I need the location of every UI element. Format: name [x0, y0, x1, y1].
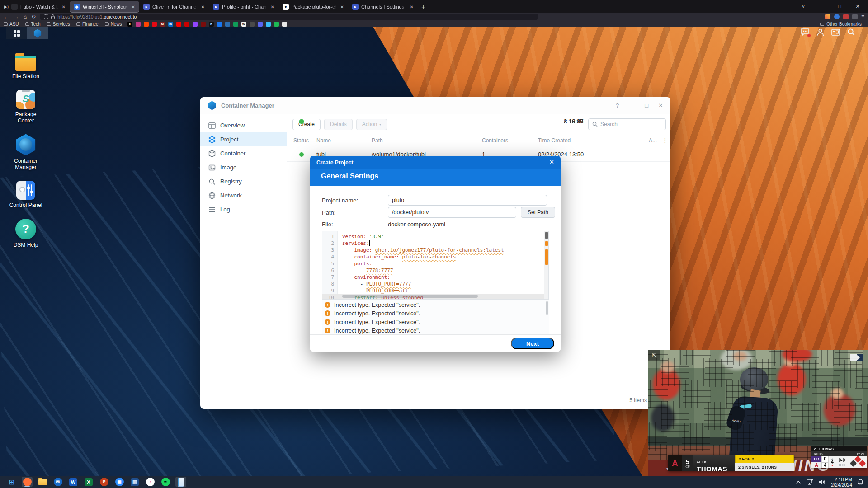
bookmark-folder[interactable]: Services — [47, 22, 70, 27]
bookmark-favicon[interactable]: W — [241, 22, 246, 27]
code-line[interactable]: 3 image: ghcr.io/jgomez177/pluto-for-cha… — [322, 247, 548, 253]
taskbar-icon-powerpoint[interactable]: P — [99, 477, 109, 487]
bookmark-folder[interactable]: Finance — [76, 22, 99, 27]
bookmark-favicon[interactable] — [217, 22, 222, 27]
sidebar-item-project[interactable]: Project — [200, 132, 287, 146]
network-icon[interactable] — [807, 479, 813, 485]
bookmark-favicon[interactable]: X — [127, 22, 132, 27]
taskbar-icon-calculator[interactable]: ▦ — [129, 477, 140, 487]
bookmark-favicon[interactable] — [136, 22, 141, 27]
bookmark-favicon[interactable] — [201, 22, 206, 27]
tab-close-icon[interactable]: ✕ — [340, 5, 345, 9]
taskbar-icon-itunes[interactable]: ♪ — [145, 477, 156, 487]
bookmark-favicon[interactable]: in — [168, 22, 173, 27]
code-line[interactable]: 2services: — [322, 240, 548, 247]
widgets-icon[interactable] — [831, 29, 840, 36]
lock-icon[interactable] — [51, 14, 55, 19]
taskbar-icon-word[interactable]: W — [68, 477, 79, 487]
tab-close-icon[interactable]: ✕ — [61, 5, 66, 9]
bookmark-favicon[interactable] — [274, 22, 279, 27]
volume-icon[interactable] — [819, 479, 826, 485]
column-path[interactable]: Path — [372, 137, 383, 144]
account-icon[interactable] — [834, 14, 840, 19]
taskbar-icon-file-explorer[interactable] — [37, 477, 48, 487]
app-launcher-button[interactable] — [6, 27, 27, 39]
code-line[interactable]: 6 - 7778:7777 — [322, 267, 548, 274]
desktop-icon-file-station[interactable]: File Station — [5, 52, 46, 80]
column-options-icon[interactable]: ⋮ — [662, 137, 668, 144]
bookmark-favicon[interactable] — [144, 22, 149, 27]
browser-tab[interactable]: ▶) ● Package pluto-for-channels - G ✕ — [279, 1, 348, 12]
column-a[interactable]: A... — [649, 137, 657, 144]
code-line[interactable]: 4 container_name: pluto-for-channels — [322, 253, 548, 260]
project-name-input[interactable] — [388, 195, 547, 206]
desktop-icon-control-panel[interactable]: Control Panel — [5, 181, 46, 209]
maximize-button[interactable]: □ — [645, 102, 648, 109]
bookmark-favicon[interactable] — [282, 22, 287, 27]
code-line[interactable]: 1version: '3.9' — [322, 233, 548, 240]
column-time-created[interactable]: Time Created — [538, 137, 571, 144]
bookmark-favicon[interactable] — [233, 22, 238, 27]
bookmark-folder[interactable]: Tech — [25, 22, 41, 27]
browser-tab[interactable]: ▶) ▸ Profile - bnhf - Channels Comm ✕ — [209, 1, 278, 12]
bookmark-favicon[interactable] — [266, 22, 271, 27]
desktop-icon-package-center[interactable]: S Package Center — [5, 90, 46, 124]
window-close-button[interactable]: ✕ — [849, 1, 866, 12]
tab-close-icon[interactable]: ✕ — [131, 5, 136, 9]
bookmark-favicon[interactable] — [250, 22, 255, 27]
sidebar-item-log[interactable]: Log — [200, 202, 287, 216]
sidebar-item-overview[interactable]: Overview — [200, 118, 287, 132]
bookmark-favicon[interactable] — [225, 22, 230, 27]
forward-button[interactable]: → — [14, 14, 19, 19]
desktop-icon-container-manager[interactable]: Container Manager — [5, 134, 46, 171]
desktop-icon-dsm-help[interactable]: ? DSM Help — [5, 219, 46, 249]
table-row[interactable]: 4 13:37 — [287, 115, 670, 129]
browser-tab[interactable]: ▶) ◆ Winterfell - Synology NAS ✕ — [70, 1, 139, 12]
dialog-close-icon[interactable]: ✕ — [549, 159, 554, 165]
tab-close-icon[interactable]: ✕ — [200, 5, 206, 9]
window-minimize-button[interactable]: — — [813, 1, 830, 12]
browser-tab[interactable]: ▶) ▸ Channels | Settings ✕ — [349, 1, 417, 12]
dialog-header[interactable]: Create Project ✕ General Settings — [310, 156, 561, 186]
column-containers[interactable]: Containers — [482, 137, 508, 144]
bookmark-favicon[interactable]: M — [160, 22, 165, 27]
sidebar-item-registry[interactable]: Registry — [200, 174, 287, 188]
next-button[interactable]: Next — [511, 338, 554, 349]
taskbar-container-manager-button[interactable] — [27, 27, 48, 39]
browser-tab[interactable]: ▶) ▸ OliveTin for Channels: An Interf ✕ — [140, 1, 208, 12]
code-line[interactable]: 8 - PLUTO_PORT=7777 — [322, 281, 548, 287]
bookmark-favicon[interactable] — [193, 22, 198, 27]
taskbar-icon-zoom[interactable]: ▣ — [114, 477, 125, 487]
bookmark-favicon[interactable] — [258, 22, 263, 27]
other-bookmarks[interactable]: Other Bookmarks — [820, 22, 864, 27]
url-bar[interactable]: https://felix92810.us1.quickconnect.to — [40, 14, 538, 20]
column-name[interactable]: Name — [316, 137, 331, 144]
help-button[interactable]: ? — [616, 102, 619, 109]
minimize-button[interactable]: — — [629, 102, 635, 109]
sidebar-item-image[interactable]: Image — [200, 160, 287, 174]
taskbar-icon-notes[interactable] — [175, 477, 186, 487]
vertical-scrollbar[interactable] — [544, 231, 548, 299]
sidebar-item-network[interactable]: Network — [200, 188, 287, 202]
taskbar-clock[interactable]: 2:18 PM 2/24/2024 — [831, 477, 852, 488]
taskbar-icon-spotify[interactable]: ≈ — [160, 477, 171, 487]
bookmark-folder[interactable]: ASU — [4, 22, 19, 27]
bookmark-favicon[interactable] — [152, 22, 157, 27]
search-icon[interactable] — [847, 28, 855, 36]
shield-icon[interactable] — [44, 14, 48, 19]
taskbar-icon-firefox[interactable] — [22, 477, 33, 487]
pip-back-button[interactable]: ⇱ — [648, 350, 660, 360]
notification-bell-icon[interactable] — [858, 479, 863, 485]
menu-icon[interactable]: ≡ — [861, 14, 864, 19]
home-button[interactable]: ⌂ — [24, 14, 27, 19]
error-list[interactable]: ! Incorrect type. Expected "service". ! … — [322, 300, 549, 334]
error-scrollbar[interactable] — [546, 301, 548, 315]
url-text[interactable]: https://felix92810.us1.quickconnect.to — [57, 14, 137, 19]
bookmark-favicon[interactable] — [184, 22, 189, 27]
window-title-bar[interactable]: Container Manager ? — □ ✕ — [200, 97, 670, 114]
path-input[interactable] — [388, 207, 516, 218]
tab-audio-icon[interactable]: ▶) — [4, 5, 9, 9]
shield-extension-icon[interactable] — [843, 14, 849, 19]
pip-video[interactable]: AVNET SPRING TRAINING ⇱ A 5CF ALEKTHOMAS… — [648, 350, 868, 476]
bookmark-folder[interactable]: News — [105, 22, 122, 27]
